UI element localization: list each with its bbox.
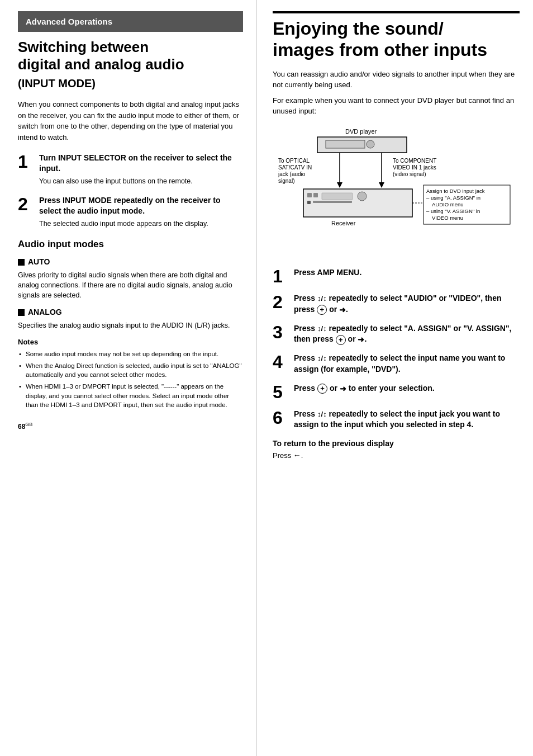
svg-text:VIDEO IN 1 jacks: VIDEO IN 1 jacks xyxy=(393,164,436,171)
diagram-svg: DVD player To OPTICAL SAT/CATV IN jack (… xyxy=(273,125,513,253)
right-step-4-heading: Press ↕/↕ repeatedly to select the input… xyxy=(294,353,520,375)
right-step-5-heading: Press + or ➜ to enter your selection. xyxy=(294,383,435,394)
svg-point-18 xyxy=(358,192,367,201)
return-text: Press ←. xyxy=(273,450,520,461)
arrow-right-2-icon: ➜ xyxy=(358,335,364,344)
circle-plus-3-icon: + xyxy=(317,384,327,394)
right-step-6-num: 6 xyxy=(273,409,288,427)
mode-analog-text: Specifies the analog audio signals input… xyxy=(18,320,243,330)
step-1: 1 Turn INPUT SELECTOR on the receiver to… xyxy=(18,153,243,186)
right-step-4-num: 4 xyxy=(273,353,288,371)
svg-rect-16 xyxy=(313,193,318,197)
right-step-5-num: 5 xyxy=(273,383,288,401)
right-step-2: 2 Press ↕/↕ repeatedly to select "AUDIO"… xyxy=(273,293,520,315)
svg-text:(video signal): (video signal) xyxy=(393,171,426,177)
back-arrow-icon: ← xyxy=(293,451,301,460)
svg-text:To OPTICAL: To OPTICAL xyxy=(278,158,310,164)
notes-list: Some audio input modes may not be set up… xyxy=(18,349,243,410)
svg-rect-19 xyxy=(307,201,311,204)
note-2: When the Analog Direct function is selec… xyxy=(18,361,243,380)
right-step-1-num: 1 xyxy=(273,267,288,285)
diagram: DVD player To OPTICAL SAT/CATV IN jack (… xyxy=(273,125,520,256)
right-step-1: 1 Press AMP MENU. xyxy=(273,267,520,285)
return-block: To return to the previous display Press … xyxy=(273,438,520,461)
step-2-heading: Press INPUT MODE repeatedly on the recei… xyxy=(39,195,243,216)
right-title: Enjoying the sound/ images from other in… xyxy=(273,11,520,61)
advanced-ops-label: Advanced Operations xyxy=(18,11,243,32)
right-step-1-heading: Press AMP MENU. xyxy=(294,267,361,278)
arrow-right-3-icon: ➜ xyxy=(340,384,346,393)
note-3: When HDMI 1–3 or DMPORT input is selecte… xyxy=(18,382,243,410)
mode-analog: ANALOG Specifies the analog audio signal… xyxy=(18,307,243,330)
circle-plus-icon: + xyxy=(317,305,327,315)
right-step-6: 6 Press ↕/↕ repeatedly to select the inp… xyxy=(273,409,520,431)
svg-rect-17 xyxy=(322,193,353,200)
auto-square-icon xyxy=(18,259,25,266)
svg-text:– using "V. ASSIGN" in: – using "V. ASSIGN" in xyxy=(426,208,480,214)
svg-text:Receiver: Receiver xyxy=(331,220,356,226)
right-step-3-heading: Press ↕/↕ repeatedly to select "A. ASSIG… xyxy=(294,323,520,346)
right-step-4: 4 Press ↕/↕ repeatedly to select the inp… xyxy=(273,353,520,375)
step-1-desc: You can also use the input buttons on th… xyxy=(39,176,243,186)
step-2-num: 2 xyxy=(18,195,34,213)
notes-heading: Notes xyxy=(18,337,243,347)
right-step-2-num: 2 xyxy=(273,293,288,311)
page-number: 68GB xyxy=(18,421,243,432)
arrow-right-icon: ➜ xyxy=(339,305,346,314)
left-title: Switching between digital and analog aud… xyxy=(18,39,243,73)
left-subtitle: (INPUT MODE) xyxy=(18,75,243,91)
svg-text:SAT/CATV IN: SAT/CATV IN xyxy=(278,164,312,171)
right-step-2-heading: Press ↕/↕ repeatedly to select "AUDIO" o… xyxy=(294,293,520,315)
svg-text:Assign to DVD input jack: Assign to DVD input jack xyxy=(426,188,485,194)
mode-analog-name: ANALOG xyxy=(28,307,62,318)
svg-marker-6 xyxy=(379,182,384,188)
note-1: Some audio input modes may not be set up… xyxy=(18,349,243,359)
left-intro: When you connect components to both digi… xyxy=(18,99,243,143)
step-1-heading: Turn INPUT SELECTOR on the receiver to s… xyxy=(39,153,243,174)
svg-text:AUDIO menu: AUDIO menu xyxy=(432,201,464,207)
dvd-label: DVD player xyxy=(345,128,377,135)
svg-marker-4 xyxy=(337,182,342,188)
audio-modes-heading: Audio input modes xyxy=(18,238,243,251)
circle-plus-2-icon: + xyxy=(336,335,346,345)
step-1-num: 1 xyxy=(18,153,34,171)
right-step-6-heading: Press ↕/↕ repeatedly to select the input… xyxy=(294,409,520,431)
svg-text:signal): signal) xyxy=(278,178,294,184)
svg-text:To COMPONENT: To COMPONENT xyxy=(393,158,436,164)
right-intro-2: For example when you want to connect you… xyxy=(273,95,520,117)
mode-auto-name: AUTO xyxy=(28,257,50,268)
right-step-3: 3 Press ↕/↕ repeatedly to select "A. ASS… xyxy=(273,323,520,346)
right-intro-1: You can reassign audio and/or video sign… xyxy=(273,69,520,91)
svg-rect-1 xyxy=(326,140,365,148)
analog-square-icon xyxy=(18,309,25,316)
svg-text:jack (audio: jack (audio xyxy=(278,171,306,177)
step-2: 2 Press INPUT MODE repeatedly on the rec… xyxy=(18,195,243,229)
right-step-5: 5 Press + or ➜ to enter your selection. xyxy=(273,383,520,401)
svg-text:VIDEO menu: VIDEO menu xyxy=(432,215,463,221)
right-step-3-num: 3 xyxy=(273,323,288,341)
step-2-desc: The selected audio input mode appears on… xyxy=(39,219,243,229)
return-heading: To return to the previous display xyxy=(273,438,520,450)
mode-auto-text: Gives priority to digital audio signals … xyxy=(18,270,243,300)
svg-text:– using "A. ASSIGN" in: – using "A. ASSIGN" in xyxy=(426,195,480,201)
svg-rect-20 xyxy=(313,201,352,203)
mode-auto: AUTO Gives priority to digital audio sig… xyxy=(18,257,243,300)
svg-rect-15 xyxy=(307,193,312,197)
svg-point-2 xyxy=(367,140,374,148)
